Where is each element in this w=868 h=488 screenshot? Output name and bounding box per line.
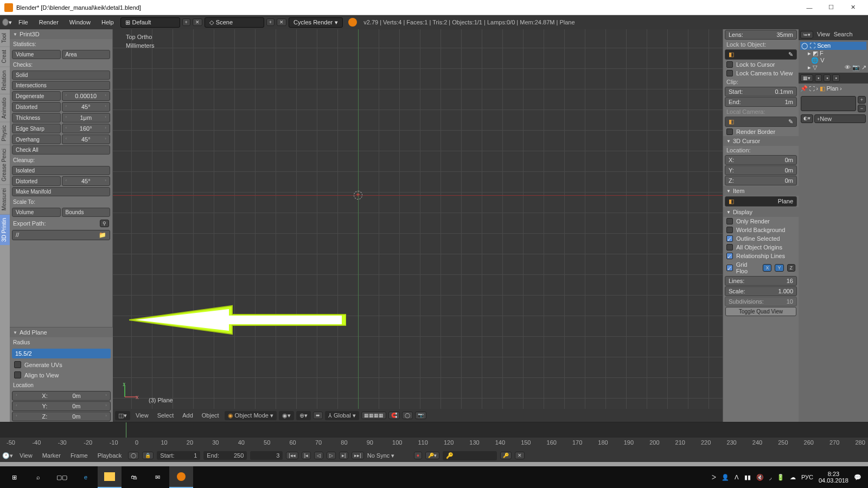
subdiv-field[interactable]: Subdivisions:10 bbox=[725, 297, 797, 306]
remove-layout-button[interactable]: ✕ bbox=[193, 18, 202, 26]
key-insert-button[interactable]: 🔑 bbox=[500, 452, 512, 459]
close-button[interactable]: ✕ bbox=[842, 0, 864, 15]
align-view-checkbox[interactable] bbox=[14, 371, 21, 378]
sync-dropdown[interactable]: No Sync ▾ bbox=[367, 452, 411, 459]
properties-editor-icon[interactable]: ▦▾ bbox=[800, 74, 813, 82]
timeline-editor-icon[interactable]: 🕐▾ bbox=[2, 452, 13, 459]
location-z[interactable]: ‹Z:0m› bbox=[12, 412, 111, 421]
remove-scene-button[interactable]: ✕ bbox=[277, 18, 286, 26]
lock-button[interactable]: 🔒 bbox=[142, 452, 154, 459]
battery-icon[interactable]: 🔋 bbox=[777, 474, 784, 481]
prop-tab3[interactable]: ▪ bbox=[832, 74, 839, 82]
snap-button[interactable]: 🧲 bbox=[388, 412, 400, 419]
mode-dropdown[interactable]: ◉ Object Mode ▾ bbox=[225, 411, 277, 420]
lines-field[interactable]: Lines:16 bbox=[725, 276, 797, 286]
jump-prev-button[interactable]: |◂ bbox=[302, 452, 311, 459]
add-scene-button[interactable]: + bbox=[266, 18, 275, 26]
screen-layout-dropdown[interactable]: ⊞Default bbox=[120, 17, 180, 28]
keying-dropdown[interactable]: 🔑▾ bbox=[425, 452, 439, 459]
toggle-quad-button[interactable]: Toggle Quad View bbox=[725, 307, 796, 316]
render-border-checkbox[interactable] bbox=[726, 129, 733, 135]
overhang-value[interactable]: ‹45°› bbox=[62, 134, 111, 144]
origins-checkbox[interactable] bbox=[726, 244, 733, 251]
scene-dropdown[interactable]: ◇Scene bbox=[205, 17, 264, 28]
task-view-button[interactable]: ▢▢ bbox=[50, 466, 74, 488]
pivot-dropdown[interactable]: ⊕▾ bbox=[296, 411, 311, 420]
keying-set[interactable]: 🔑 bbox=[443, 451, 497, 460]
minimize-button[interactable]: — bbox=[799, 0, 820, 15]
tl-view[interactable]: View bbox=[16, 452, 36, 459]
3d-viewport[interactable]: Top Ortho Millimeters (3) Plane y x bbox=[113, 29, 723, 409]
material-slot[interactable] bbox=[801, 96, 856, 111]
explorer-icon[interactable] bbox=[98, 466, 122, 488]
onedrive-icon[interactable]: ☁ bbox=[790, 474, 796, 481]
store-icon[interactable]: 🛍 bbox=[122, 466, 145, 488]
only-render-checkbox[interactable] bbox=[726, 218, 733, 224]
notifications-icon[interactable]: 💬 bbox=[854, 474, 861, 481]
lock-camera-checkbox[interactable] bbox=[726, 70, 733, 76]
tl-frame[interactable]: Frame bbox=[67, 452, 91, 459]
menu-file[interactable]: File bbox=[14, 19, 33, 25]
item-name-field[interactable]: ◧Plane bbox=[725, 196, 797, 207]
end-frame[interactable]: End:250 bbox=[203, 451, 247, 460]
grid-x-toggle[interactable]: X bbox=[763, 264, 771, 272]
outliner-search[interactable]: Search bbox=[834, 31, 853, 38]
manifold-button[interactable]: Make Manifold bbox=[12, 187, 110, 196]
bounds-button[interactable]: Bounds bbox=[62, 208, 111, 217]
volume2-button[interactable]: Volume bbox=[12, 208, 61, 217]
tab-3dprint[interactable]: 3D Printin bbox=[0, 214, 10, 245]
tray-up-icon[interactable]: ᐳ bbox=[712, 474, 716, 481]
location-y[interactable]: ‹Y:0m› bbox=[12, 401, 111, 411]
outliner-type-icon[interactable]: ≔▾ bbox=[800, 31, 813, 38]
tab-grease-pencil[interactable]: Grease Penci bbox=[0, 145, 10, 185]
vh-view[interactable]: View bbox=[132, 412, 152, 419]
jump-next-button[interactable]: ▸| bbox=[339, 452, 348, 459]
intersections-button[interactable]: Intersections bbox=[12, 81, 110, 90]
folder-icon[interactable]: 📁 bbox=[99, 232, 106, 239]
editor-type-dropdown[interactable]: ◫▾ bbox=[115, 411, 130, 420]
lens-field[interactable]: Lens:35mm bbox=[725, 30, 797, 40]
playhead[interactable] bbox=[126, 422, 126, 438]
layers-grid[interactable]: ▦▦▦▦ bbox=[361, 412, 386, 419]
world-bg-checkbox[interactable] bbox=[726, 227, 733, 233]
prop-tab1[interactable]: ▪ bbox=[815, 74, 822, 82]
start-button[interactable]: ⊞ bbox=[2, 466, 26, 488]
menu-window[interactable]: Window bbox=[65, 19, 95, 25]
eyedropper-icon[interactable]: ✎ bbox=[788, 118, 793, 125]
cursor-y[interactable]: Y:0m bbox=[725, 165, 797, 175]
degenerate-value[interactable]: ‹0.00010› bbox=[62, 91, 111, 101]
gridfloor-checkbox[interactable]: ✓ bbox=[726, 265, 733, 271]
material-browse-icon[interactable]: ◐▾ bbox=[801, 114, 813, 123]
tl-playback[interactable]: Playback bbox=[94, 452, 125, 459]
tab-tools[interactable]: Tool bbox=[0, 29, 10, 46]
outliner-tree[interactable]: ◯ ⛶ Scen ▸ ◩ F 🌐 V ▸ ▽ 👁 📷 ↗ bbox=[799, 40, 868, 73]
edgesharp-button[interactable]: Edge Sharp bbox=[12, 124, 61, 133]
lock-object-field[interactable]: ◧✎ bbox=[725, 49, 797, 60]
lock-cursor-checkbox[interactable] bbox=[726, 61, 733, 68]
distorted-button[interactable]: Distorted bbox=[12, 102, 61, 112]
distorted2-value[interactable]: ‹45°› bbox=[62, 176, 111, 186]
edgesharp-value[interactable]: ‹160°› bbox=[62, 124, 111, 133]
checkall-button[interactable]: Check All bbox=[12, 145, 110, 155]
rellines-checkbox[interactable]: ✓ bbox=[726, 253, 733, 259]
render-engine-dropdown[interactable]: Cycles Render ▾ bbox=[289, 17, 343, 28]
solid-button[interactable]: Solid bbox=[12, 70, 110, 80]
network-icon[interactable]: ▮▮ bbox=[744, 474, 751, 481]
distorted-value[interactable]: ‹45°› bbox=[62, 102, 111, 112]
tab-physics[interactable]: Physic bbox=[0, 121, 10, 144]
cursor-x[interactable]: X:0m bbox=[725, 155, 797, 165]
jump-end-button[interactable]: ▸▸| bbox=[352, 452, 363, 459]
generate-uvs-checkbox[interactable] bbox=[14, 361, 21, 368]
edge-icon[interactable]: e bbox=[74, 466, 98, 488]
display-header[interactable]: Display bbox=[723, 207, 799, 217]
maximize-button[interactable]: ☐ bbox=[820, 0, 842, 15]
key-delete-button[interactable]: ✕ bbox=[515, 452, 525, 459]
prop-tab2[interactable]: ▪ bbox=[824, 74, 831, 82]
timeline[interactable]: -50-40-30-20-100102030405060708090100110… bbox=[0, 422, 868, 449]
play-button[interactable]: ▷ bbox=[327, 452, 336, 459]
cursor-z[interactable]: Z:0m bbox=[725, 176, 797, 185]
thickness-button[interactable]: Thickness bbox=[12, 113, 61, 123]
jump-start-button[interactable]: |◂◂ bbox=[286, 452, 298, 459]
manipulator-button[interactable]: ⬌ bbox=[313, 412, 323, 419]
proportional-button[interactable]: ◯ bbox=[402, 412, 413, 419]
